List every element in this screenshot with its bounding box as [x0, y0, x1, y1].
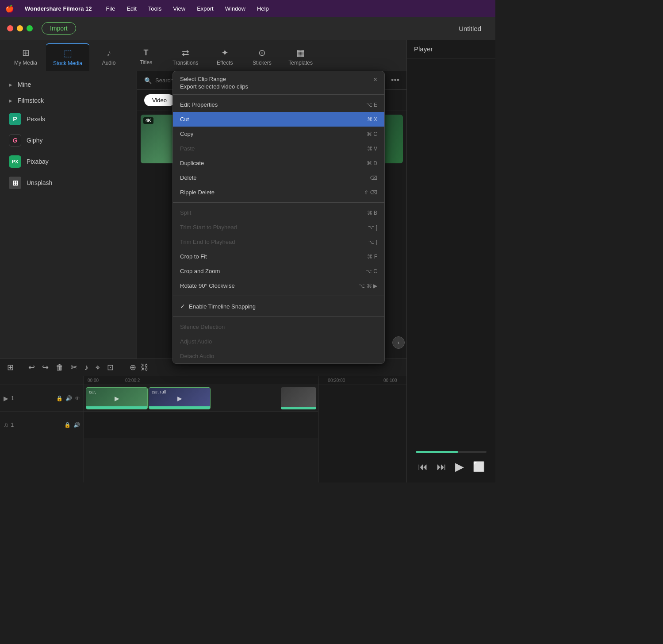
crop-to-fit-shortcut: ⌘ F — [367, 254, 377, 260]
ctx-ripple-delete[interactable]: Ripple Delete ⇧ ⌫ — [173, 185, 384, 200]
ctx-edit-properties[interactable]: Edit Properties ⌥ E — [173, 97, 384, 112]
ctx-copy[interactable]: Copy ⌘ C — [173, 127, 384, 141]
trim-start-shortcut: ⌥ [ — [368, 224, 377, 231]
checkmark-icon: ✓ — [180, 303, 185, 310]
ctx-silence-detection: Silence Detection — [173, 320, 384, 334]
cut-label: Cut — [180, 116, 189, 123]
ctx-divider-3 — [173, 316, 384, 317]
crop-to-fit-label: Crop to Fit — [180, 253, 207, 260]
silence-detection-label: Silence Detection — [180, 324, 225, 330]
ctx-crop-and-zoom[interactable]: Crop and Zoom ⌥ C — [173, 264, 384, 278]
copy-label: Copy — [180, 131, 193, 137]
context-menu: Select Clip Range Export selected video … — [172, 71, 385, 364]
ctx-duplicate[interactable]: Duplicate ⌘ D — [173, 156, 384, 170]
ctx-crop-to-fit[interactable]: Crop to Fit ⌘ F — [173, 249, 384, 264]
ctx-trim-end: Trim End to Playhead ⌥ ] — [173, 235, 384, 249]
crop-and-zoom-label: Crop and Zoom — [180, 268, 220, 274]
ctx-split: Split ⌘ B — [173, 205, 384, 220]
edit-properties-shortcut: ⌥ E — [366, 102, 377, 108]
ctx-trim-start: Trim Start to Playhead ⌥ [ — [173, 220, 384, 235]
paste-shortcut: ⌘ V — [367, 146, 377, 152]
ripple-delete-shortcut: ⇧ ⌫ — [364, 189, 377, 196]
cut-shortcut: ⌘ X — [367, 116, 377, 123]
rotate-clockwise-label: Rotate 90° Clockwise — [180, 282, 235, 289]
detach-audio-label: Detach Audio — [180, 353, 214, 359]
ctx-paste: Paste ⌘ V — [173, 141, 384, 156]
edit-properties-label: Edit Properties — [180, 101, 218, 108]
context-menu-header: Select Clip Range Export selected video … — [173, 71, 384, 92]
copy-shortcut: ⌘ C — [367, 131, 377, 137]
enable-snapping-label: ✓Enable Timeline Snapping — [180, 303, 256, 310]
ctx-cut[interactable]: Cut ⌘ X — [173, 112, 384, 127]
ctx-enable-snapping[interactable]: ✓Enable Timeline Snapping — [173, 299, 384, 314]
delete-shortcut: ⌫ — [370, 175, 377, 181]
select-clip-range-option[interactable]: Select Clip Range — [180, 76, 248, 82]
paste-label: Paste — [180, 145, 195, 152]
context-menu-header-left: Select Clip Range Export selected video … — [180, 76, 248, 90]
delete-label: Delete — [180, 174, 197, 181]
trim-end-shortcut: ⌥ ] — [368, 239, 377, 245]
duplicate-shortcut: ⌘ D — [367, 160, 377, 166]
context-menu-overlay: Select Clip Range Export selected video … — [0, 0, 495, 482]
export-clips-option[interactable]: Export selected video clips — [180, 83, 248, 90]
ctx-rotate-clockwise[interactable]: Rotate 90° Clockwise ⌥ ⌘ ▶ — [173, 278, 384, 293]
ctx-divider-1 — [173, 202, 384, 203]
ctx-adjust-audio: Adjust Audio — [173, 334, 384, 349]
trim-end-label: Trim End to Playhead — [180, 239, 235, 245]
ctx-divider-0 — [173, 94, 384, 95]
rotate-clockwise-shortcut: ⌥ ⌘ ▶ — [359, 283, 377, 289]
split-label: Split — [180, 209, 191, 216]
duplicate-label: Duplicate — [180, 160, 204, 166]
ctx-delete[interactable]: Delete ⌫ — [173, 170, 384, 185]
split-shortcut: ⌘ B — [367, 210, 377, 216]
ctx-divider-2 — [173, 296, 384, 296]
ripple-delete-label: Ripple Delete — [180, 189, 215, 196]
crop-and-zoom-shortcut: ⌥ C — [366, 268, 377, 274]
adjust-audio-label: Adjust Audio — [180, 338, 212, 345]
ctx-detach-audio: Detach Audio — [173, 349, 384, 363]
trim-start-label: Trim Start to Playhead — [180, 224, 237, 231]
context-menu-close-button[interactable]: × — [373, 76, 377, 84]
